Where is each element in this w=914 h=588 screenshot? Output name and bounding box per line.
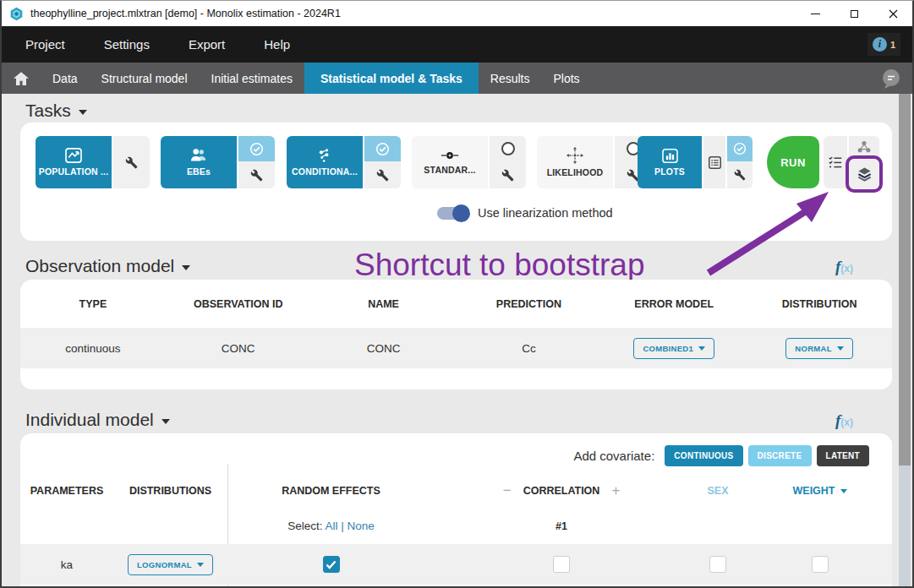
bootstrap-annotation-text: Shortcut to bootstrap [354,248,644,283]
cell-parameter: ka [20,558,113,571]
sex-covariate-checkbox[interactable] [709,556,726,573]
check-circle-icon [249,142,264,156]
bootstrap-button[interactable] [849,160,879,188]
select-none-link[interactable]: None [348,520,375,532]
weight-covariate-checkbox[interactable] [812,556,829,573]
random-effects-checkbox[interactable] [323,556,340,573]
linearization-row: Use linearization method [437,206,613,220]
individual-formula-button[interactable]: f (x) [835,411,853,430]
crosshair-icon [566,147,583,164]
tasks-section-title: Tasks [25,101,71,121]
error-model-dropdown[interactable]: COMBINED1 [633,338,714,359]
minimize-button[interactable] [796,1,835,26]
chevron-down-icon[interactable] [182,265,190,270]
info-icon: i [873,37,887,52]
notifications-button[interactable]: i 1 [867,33,900,56]
nav-bar: Data Structural model Initial estimates … [2,63,912,94]
close-button[interactable] [873,1,912,26]
task-ebes-button[interactable]: EBEs [161,136,237,188]
add-correlation-button[interactable]: + [611,482,620,499]
correlation-checkbox[interactable] [553,556,570,573]
maximize-button[interactable] [835,1,873,26]
parameter-distribution-dropdown[interactable]: LOGNORMAL [128,554,213,575]
window-title: theophylline_project.mlxtran [demo] - Mo… [30,8,341,19]
task-checklist-button[interactable] [824,136,847,188]
add-latent-covariate-button[interactable]: LATENT [817,445,870,466]
linearization-toggle[interactable] [437,207,468,220]
add-discrete-covariate-button[interactable]: DISCRETE [748,445,812,466]
distribution-dropdown[interactable]: NORMAL [785,338,853,359]
select-all-link[interactable]: All [325,520,337,532]
bar-chart-icon [662,149,678,163]
menu-project[interactable]: Project [25,37,65,52]
menu-settings[interactable]: Settings [104,37,150,52]
cell-type: continuous [20,342,166,355]
linearization-label: Use linearization method [478,206,613,220]
tab-plots[interactable]: Plots [542,63,592,94]
wrench-icon [250,169,263,182]
cluster-icon [857,140,872,154]
minimize-icon [811,14,820,14]
task-conditional-settings[interactable] [364,161,401,188]
menu-help[interactable]: Help [264,37,290,52]
task-label: CONDITIONA... [292,166,358,177]
task-conditional-button[interactable]: CONDITIONA... [287,136,363,188]
task-population-button[interactable]: POPULATION ... [36,136,112,188]
wrench-icon [125,156,138,169]
tab-data[interactable]: Data [41,63,90,94]
individual-model-card: Add covariate: CONTINUOUS DISCRETE LATEN… [20,433,892,588]
title-bar: theophylline_project.mlxtran [demo] - Mo… [2,1,912,26]
task-label: PLOTS [654,166,685,177]
chevron-down-icon[interactable] [79,110,87,115]
tab-results[interactable]: Results [479,63,542,94]
task-ebes-checkbox[interactable] [238,136,275,161]
feedback-button[interactable] [880,68,902,93]
task-standard-errors-settings[interactable] [490,161,526,188]
col-sex: SEX [688,485,747,497]
task-standard-errors: STANDAR... [412,136,526,188]
wrench-icon [734,169,746,181]
cell-name: CONC [311,342,457,355]
task-population-settings[interactable] [113,136,150,188]
observation-model-card: TYPE OBSERVATION ID NAME PREDICTION ERRO… [20,280,892,389]
col-correlation: − CORRELATION + [435,482,688,499]
tab-statistical-model-tasks[interactable]: Statistical model & Tasks [304,63,479,94]
task-standard-errors-button[interactable]: STANDAR... [412,136,488,188]
task-label: EBEs [187,166,211,177]
task-conditional-checkbox[interactable] [364,136,401,161]
chevron-down-icon[interactable] [161,419,170,424]
task-plots-button[interactable]: PLOTS [638,136,702,188]
check-circle-icon [375,142,390,156]
cell-prediction: Cc [456,342,601,355]
observation-table-header: TYPE OBSERVATION ID NAME PREDICTION ERRO… [20,280,892,328]
home-button[interactable] [2,63,41,94]
menu-export[interactable]: Export [189,37,225,52]
cell-observation-id: CONC [166,342,311,355]
tab-structural-model[interactable]: Structural model [90,63,200,94]
col-distributions: DISTRIBUTIONS [113,485,227,497]
task-plots-list-button[interactable] [703,136,725,188]
people-icon [189,148,208,163]
add-continuous-covariate-button[interactable]: CONTINUOUS [665,445,742,466]
task-plots-checkbox[interactable] [727,136,753,161]
task-ebes-side [238,136,275,188]
tab-initial-estimates[interactable]: Initial estimates [200,63,304,94]
run-button[interactable]: RUN [767,136,819,188]
maximize-icon [851,10,858,18]
close-icon [889,9,898,19]
task-conditional-distribution: CONDITIONA... [287,136,401,188]
caret-down-icon [698,346,705,351]
remove-correlation-button[interactable]: − [503,482,512,499]
task-standard-errors-side [490,136,526,188]
col-weight-dropdown[interactable]: WEIGHT [747,485,892,497]
task-likelihood: LIKELIHOOD [537,136,651,188]
col-observation-id: OBSERVATION ID [166,298,311,310]
observation-formula-button[interactable]: f (x) [835,258,853,276]
scrollbar-thumb[interactable] [899,94,911,466]
task-likelihood-button[interactable]: LIKELIHOOD [537,136,613,188]
model-building-button[interactable] [849,136,879,158]
col-distribution: DISTRIBUTION [747,298,892,310]
task-standard-errors-checkbox[interactable] [490,136,526,161]
col-parameters: PARAMETERS [20,485,113,497]
task-ebes-settings[interactable] [238,161,275,188]
